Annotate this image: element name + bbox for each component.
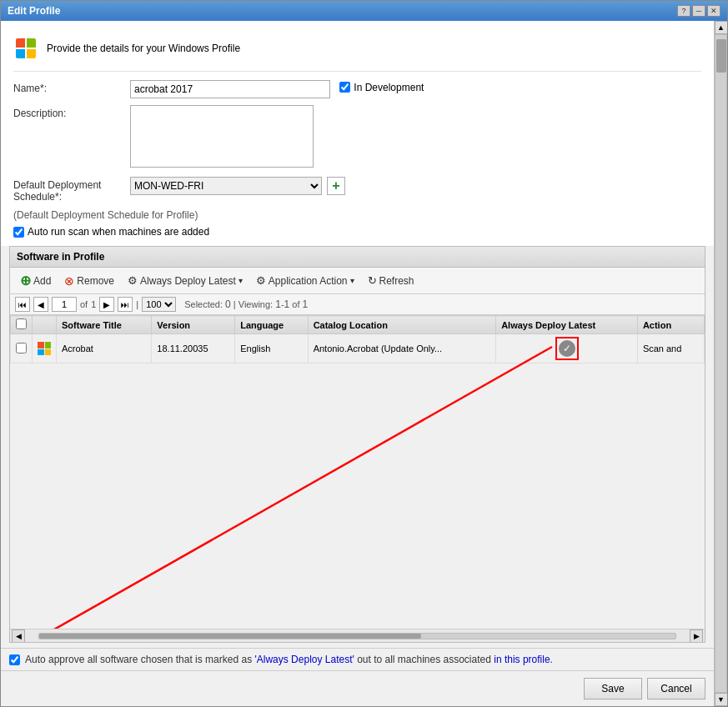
selected-info: Selected: 0 | Viewing: 1-1 of 1	[184, 298, 308, 310]
deploy-schedule-row: Default Deployment Schedule*: MON-WED-FR…	[13, 177, 701, 203]
col-catalog-location: Catalog Location	[308, 316, 496, 334]
bottom-text: Auto approve all software chosen that is…	[25, 654, 553, 665]
refresh-label: Refresh	[379, 275, 414, 287]
row-checkbox[interactable]	[16, 343, 27, 354]
gear-icon-deploy: ⚙	[128, 274, 138, 287]
deploy-control: MON-WED-FRI DAILY WEEKLY +	[130, 177, 701, 195]
last-page-button[interactable]: ⏭	[118, 297, 133, 312]
name-control: In Development	[130, 80, 701, 98]
bottom-section: Auto approve all software chosen that is…	[1, 648, 714, 670]
grid-area: Software Title Version Language Catalog …	[10, 315, 705, 629]
close-button[interactable]: ✕	[707, 5, 720, 17]
description-input[interactable]	[130, 105, 314, 168]
schedule-link-text: (Default Deployment Schedule for Profile…	[13, 209, 198, 221]
section-title: Software in Profile	[10, 247, 705, 268]
always-deploy-highlight: ✓	[555, 337, 579, 360]
cancel-button[interactable]: Cancel	[647, 678, 705, 699]
name-row: Name*: In Development	[13, 80, 701, 98]
in-development-label: In Development	[354, 82, 424, 93]
always-deploy-button[interactable]: ⚙ Always Deploy Latest ▾	[123, 273, 248, 288]
scroll-left-button[interactable]: ◀	[12, 629, 25, 643]
chevron-down-icon-deploy: ▾	[238, 276, 243, 285]
checkmark-circle: ✓	[559, 340, 575, 357]
name-label: Name*:	[13, 80, 130, 94]
page-of-text: of	[80, 299, 88, 309]
scroll-thumb[interactable]	[39, 634, 421, 639]
name-input[interactable]	[130, 80, 330, 98]
remove-icon: ⊗	[64, 274, 74, 288]
in-profile-link[interactable]: in this profile	[494, 654, 550, 665]
horizontal-scrollbar[interactable]: ◀ ▶	[10, 629, 705, 642]
next-page-button[interactable]: ▶	[99, 297, 114, 312]
bottom-prefix: Auto approve all software chosen that is…	[25, 654, 254, 665]
col-software-title: Software Title	[57, 316, 152, 334]
row-language: English	[235, 334, 308, 364]
vertical-scrollbar[interactable]: ▲ ▼	[714, 21, 727, 706]
vscroll-thumb[interactable]	[716, 39, 726, 73]
selected-count: 0	[225, 298, 231, 310]
row-checkbox-cell	[11, 334, 33, 364]
row-software-title: Acrobat	[57, 334, 152, 364]
add-icon: ⊕	[20, 273, 31, 288]
per-page-select[interactable]: 100 50 25	[142, 297, 176, 312]
row-version: 18.11.20035	[152, 334, 235, 364]
panel: Provide the details for your Windows Pro…	[1, 21, 714, 706]
software-section: Software in Profile ⊕ Add ⊗ Remove ⚙ Alw…	[9, 246, 705, 643]
deploy-schedule-label: Default Deployment Schedule*:	[13, 177, 130, 203]
col-icon	[33, 316, 57, 334]
auto-approve-checkbox[interactable]	[9, 654, 20, 665]
viewing-end: 1	[284, 298, 290, 310]
scroll-down-button[interactable]: ▼	[715, 693, 728, 706]
first-page-button[interactable]: ⏮	[15, 297, 30, 312]
viewing-start: 1	[275, 298, 281, 310]
viewing-total: 1	[303, 298, 309, 310]
app-action-button[interactable]: ⚙ Application Action ▾	[251, 273, 359, 288]
minimize-button[interactable]: ─	[692, 5, 705, 17]
description-label: Description:	[13, 105, 130, 119]
table-header-row: Software Title Version Language Catalog …	[11, 316, 705, 334]
form-area: Provide the details for your Windows Pro…	[1, 21, 714, 246]
refresh-icon: ↻	[368, 274, 377, 287]
main-content: Provide the details for your Windows Pro…	[1, 21, 727, 706]
col-checkbox	[11, 316, 33, 334]
page-number-input[interactable]	[52, 297, 77, 312]
add-button[interactable]: ⊕ Add	[15, 271, 56, 290]
save-button[interactable]: Save	[584, 678, 642, 699]
vscroll-track	[715, 34, 727, 693]
remove-label: Remove	[77, 275, 114, 287]
remove-button[interactable]: ⊗ Remove	[59, 273, 119, 289]
scroll-track	[38, 633, 676, 639]
col-action: Action	[637, 316, 704, 334]
window-title: Edit Profile	[8, 5, 60, 17]
deploy-schedule-select[interactable]: MON-WED-FRI DAILY WEEKLY	[130, 177, 322, 195]
col-always-deploy: Always Deploy Latest	[496, 316, 638, 334]
auto-scan-row: Auto run scan when machines are added	[13, 226, 701, 238]
schedule-link: (Default Deployment Schedule for Profile…	[13, 209, 701, 221]
footer-buttons: Save Cancel	[1, 670, 714, 706]
refresh-button[interactable]: ↻ Refresh	[363, 273, 419, 288]
select-all-checkbox[interactable]	[16, 318, 27, 329]
software-icon	[38, 342, 51, 355]
separator-bar: |	[136, 299, 138, 309]
in-development-checkbox[interactable]	[339, 82, 350, 93]
bottom-end: .	[550, 654, 553, 665]
title-bar-buttons: ? ─ ✕	[677, 5, 720, 17]
scroll-right-button[interactable]: ▶	[690, 629, 703, 643]
toolbar: ⊕ Add ⊗ Remove ⚙ Always Deploy Latest ▾ …	[10, 268, 705, 294]
auto-scan-checkbox[interactable]	[13, 227, 24, 238]
chevron-down-icon-action: ▾	[350, 276, 354, 285]
app-action-label: Application Action	[269, 275, 348, 287]
prev-page-button[interactable]: ◀	[33, 297, 48, 312]
add-label: Add	[33, 275, 51, 287]
table-row: Acrobat 18.11.20035 English Antonio.Acro…	[11, 334, 705, 364]
add-schedule-button[interactable]: +	[327, 177, 345, 195]
header-info: Provide the details for your Windows Pro…	[13, 29, 701, 72]
col-language: Language	[235, 316, 308, 334]
always-deploy-link[interactable]: 'Always Deploy Latest'	[254, 654, 354, 665]
row-always-deploy: ✓	[496, 334, 638, 364]
always-deploy-label: Always Deploy Latest	[140, 275, 236, 287]
scroll-up-button[interactable]: ▲	[715, 21, 728, 34]
svg-line-0	[35, 347, 552, 629]
in-development-group: In Development	[339, 82, 424, 93]
help-button[interactable]: ?	[677, 5, 690, 17]
